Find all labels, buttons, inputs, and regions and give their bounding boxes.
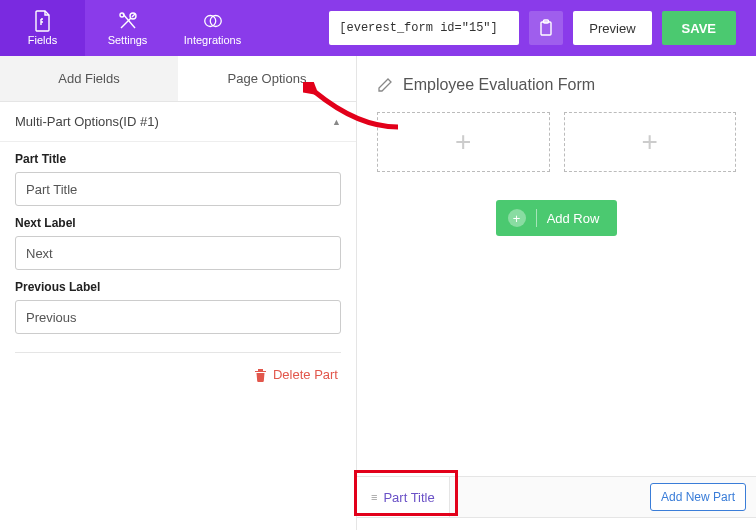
add-row-wrap: + Add Row <box>377 200 736 236</box>
trash-icon <box>254 368 267 382</box>
topbar-right: Preview SAVE <box>329 0 756 56</box>
section-title: Multi-Part Options(ID #1) <box>15 114 159 129</box>
nav-fields[interactable]: Fields <box>0 0 85 56</box>
tools-icon <box>117 10 139 32</box>
nav-settings-label: Settings <box>108 34 148 46</box>
svg-point-1 <box>120 13 124 17</box>
save-button[interactable]: SAVE <box>662 11 736 45</box>
previous-label-group: Previous Label <box>0 270 356 334</box>
drop-zone-1[interactable]: + <box>377 112 550 172</box>
plus-icon: + <box>642 126 658 158</box>
nav-settings[interactable]: Settings <box>85 0 170 56</box>
section-header[interactable]: Multi-Part Options(ID #1) ▲ <box>0 102 356 142</box>
add-row-button[interactable]: + Add Row <box>496 200 618 236</box>
nav-integrations-label: Integrations <box>184 34 241 46</box>
drop-zone-2[interactable]: + <box>564 112 737 172</box>
add-row-label: Add Row <box>547 211 600 226</box>
part-tab[interactable]: ≡ Part Title <box>357 477 450 517</box>
form-title[interactable]: Employee Evaluation Form <box>403 76 595 94</box>
copy-button[interactable] <box>529 11 563 45</box>
sidebar-tabs: Add Fields Page Options <box>0 56 356 102</box>
delete-part-button[interactable]: Delete Part <box>0 353 356 396</box>
next-label-input[interactable] <box>15 236 341 270</box>
previous-label-input[interactable] <box>15 300 341 334</box>
collapse-icon: ▲ <box>332 117 341 127</box>
topbar: Fields Settings Integrations <box>0 0 756 56</box>
next-label-label: Next Label <box>15 216 341 230</box>
clipboard-icon <box>538 19 554 37</box>
integrations-icon <box>202 10 224 32</box>
part-title-input[interactable] <box>15 172 341 206</box>
main: Add Fields Page Options Multi-Part Optio… <box>0 56 756 530</box>
previous-label-label: Previous Label <box>15 280 341 294</box>
next-label-group: Next Label <box>0 206 356 270</box>
sidebar: Add Fields Page Options Multi-Part Optio… <box>0 56 357 530</box>
add-new-part-button[interactable]: Add New Part <box>650 483 746 511</box>
top-nav: Fields Settings Integrations <box>0 0 255 56</box>
tab-add-fields[interactable]: Add Fields <box>0 56 178 101</box>
tab-page-options[interactable]: Page Options <box>178 56 356 101</box>
plus-icon: + <box>455 126 471 158</box>
delete-part-label: Delete Part <box>273 367 338 382</box>
file-icon <box>32 10 54 32</box>
separator <box>536 209 537 227</box>
preview-button[interactable]: Preview <box>573 11 651 45</box>
canvas: Employee Evaluation Form + + + Add Row <box>357 56 756 530</box>
drag-icon: ≡ <box>371 491 375 503</box>
shortcode-input[interactable] <box>329 11 519 45</box>
part-title-label: Part Title <box>15 152 341 166</box>
plus-circle-icon: + <box>508 209 526 227</box>
nav-integrations[interactable]: Integrations <box>170 0 255 56</box>
form-title-row: Employee Evaluation Form <box>377 76 736 94</box>
part-tab-label: Part Title <box>383 490 434 505</box>
nav-fields-label: Fields <box>28 34 57 46</box>
drop-row: + + <box>377 112 736 172</box>
part-bar: ≡ Part Title Add New Part <box>357 476 756 518</box>
pencil-icon[interactable] <box>377 77 393 93</box>
part-title-group: Part Title <box>0 142 356 206</box>
svg-rect-4 <box>541 22 551 35</box>
